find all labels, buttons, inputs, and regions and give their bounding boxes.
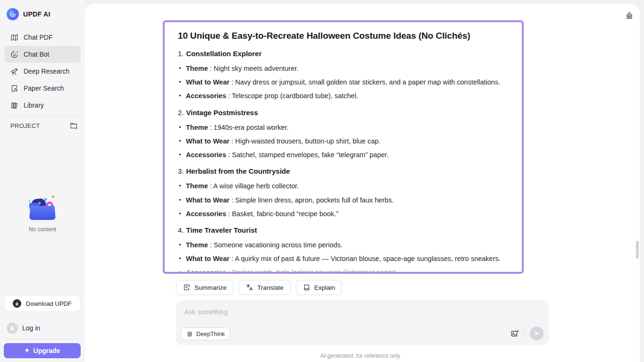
- translate-icon: [246, 284, 253, 291]
- bullet-item: What to Wear : Navy dress or jumpsuit, s…: [178, 79, 509, 86]
- input-divider: [524, 330, 525, 337]
- section-heading: 1.Constellation Explorer: [178, 50, 509, 58]
- explain-label: Explain: [314, 284, 335, 291]
- explain-icon: [303, 284, 310, 291]
- app-title: UPDF AI: [23, 10, 50, 18]
- deepthink-toggle[interactable]: DeepThink: [181, 328, 230, 340]
- sidebar-item-label: Deep Research: [24, 67, 69, 75]
- app-logo: UPDF AI: [0, 0, 85, 20]
- sidebar-item-label: Library: [24, 101, 44, 109]
- updf-logo-icon: [7, 8, 19, 20]
- summarize-label: Summarize: [194, 284, 226, 291]
- image-plus-icon[interactable]: [510, 329, 519, 338]
- send-button[interactable]: [530, 327, 544, 340]
- translate-button[interactable]: Translate: [239, 280, 291, 295]
- download-updf-label: Download UPDF: [26, 300, 72, 307]
- explain-button[interactable]: Explain: [296, 280, 342, 295]
- sidebar-item-library[interactable]: Library: [4, 97, 81, 114]
- user-avatar-icon: [7, 322, 18, 334]
- quick-actions: Summarize Translate Explain: [176, 280, 342, 295]
- sidebar-item-deep-research[interactable]: Deep Research: [4, 63, 81, 80]
- paper-search-icon: [10, 84, 18, 93]
- bullet-item: Theme : Night sky meets adventurer.: [178, 65, 509, 72]
- bullet-item: What to Wear : Simple linen dress, apron…: [178, 197, 509, 204]
- sidebar-item-label: Paper Search: [24, 84, 64, 92]
- upgrade-button[interactable]: ✦ Upgrade: [4, 343, 81, 358]
- library-icon: [10, 101, 18, 109]
- project-section-header: PROJECT: [0, 122, 85, 130]
- translate-label: Translate: [257, 284, 284, 291]
- project-label: PROJECT: [10, 122, 40, 129]
- sparkle-icon: ✦: [25, 347, 30, 354]
- deepthink-icon: [186, 331, 193, 337]
- empty-folder-illustration: [28, 195, 57, 220]
- project-empty-state: No content: [0, 195, 85, 233]
- section-heading: 4.Time Traveler Tourist: [178, 226, 509, 234]
- chat-main-panel: 10 Unique & Easy-to-Recreate Halloween C…: [85, 4, 640, 362]
- bullet-item: Accessories : Pocket watch, holo-looking…: [178, 269, 509, 274]
- bullet-item: What to Wear : A quirky mix of past & fu…: [178, 255, 509, 262]
- sidebar-item-paper-search[interactable]: Paper Search: [4, 80, 81, 97]
- upgrade-label: Upgrade: [33, 347, 60, 354]
- folder-plus-icon[interactable]: [70, 122, 78, 130]
- chat-input-area: DeepThink: [176, 300, 549, 345]
- chat-pdf-icon: [10, 34, 18, 42]
- login-label: Log in: [22, 324, 40, 332]
- download-updf-button[interactable]: Download UPDF: [4, 295, 81, 312]
- sidebar: UPDF AI Chat PDF Chat Bot: [0, 0, 85, 362]
- send-icon: [534, 330, 540, 337]
- sidebar-item-chat-bot[interactable]: Chat Bot: [4, 46, 81, 63]
- clear-chat-icon[interactable]: [625, 11, 634, 20]
- login-button[interactable]: Log in: [7, 322, 40, 334]
- sidebar-item-label: Chat Bot: [24, 51, 49, 58]
- bullet-item: What to Wear : High-waisted trousers, bu…: [178, 138, 509, 145]
- chat-bot-icon: [10, 51, 18, 59]
- bullet-item: Theme : 1940s-era postal worker.: [178, 124, 509, 131]
- message-sections: 1.Constellation ExplorerTheme : Night sk…: [178, 50, 509, 274]
- ai-response-message: 10 Unique & Easy-to-Recreate Halloween C…: [163, 20, 524, 274]
- deep-research-icon: [10, 67, 18, 76]
- summarize-icon: [183, 284, 191, 291]
- deepthink-label: DeepThink: [196, 331, 225, 337]
- sidebar-divider: [3, 115, 81, 116]
- section-heading: 3.Herbalist from the Countryside: [178, 167, 509, 175]
- empty-state-text: No content: [0, 226, 85, 233]
- section-heading: 2.Vintage Postmistress: [178, 109, 509, 117]
- ask-input[interactable]: [176, 300, 549, 324]
- ai-disclaimer: AI-generated, for reference only: [85, 353, 636, 359]
- bullet-item: Accessories : Telescope prop (cardboard …: [178, 93, 509, 100]
- summarize-button[interactable]: Summarize: [176, 280, 234, 295]
- bullet-item: Accessories : Satchel, stamped envelopes…: [178, 152, 509, 159]
- sidebar-item-chat-pdf[interactable]: Chat PDF: [4, 29, 81, 46]
- sidebar-item-label: Chat PDF: [24, 34, 52, 41]
- sidebar-divider: [3, 339, 81, 339]
- bullet-item: Accessories : Basket, fabric-bound “reci…: [178, 210, 509, 218]
- sidebar-nav: Chat PDF Chat Bot Deep Research: [0, 29, 85, 114]
- bullet-item: Theme : A wise village herb collector.: [178, 183, 509, 190]
- message-title: 10 Unique & Easy-to-Recreate Halloween C…: [178, 31, 509, 41]
- download-icon: [13, 299, 21, 308]
- bullet-item: Theme : Someone vacationing across time …: [178, 242, 509, 249]
- scrollbar-thumb[interactable]: [636, 241, 639, 259]
